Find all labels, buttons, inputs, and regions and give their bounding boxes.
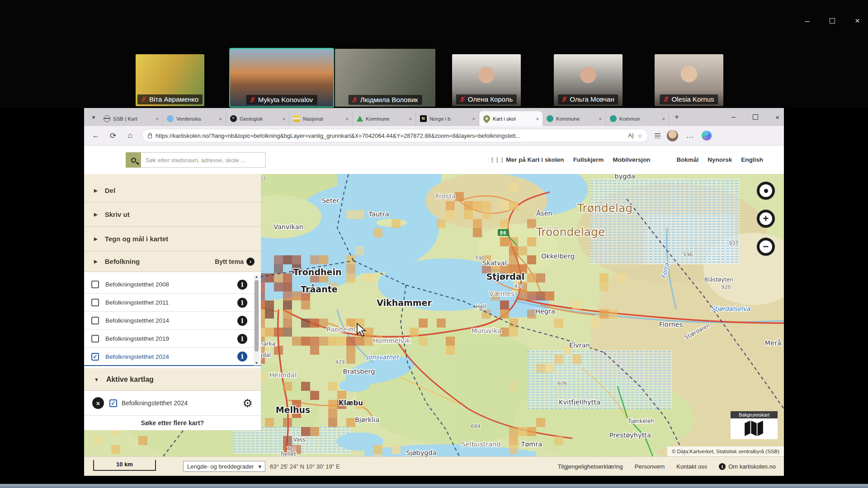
map-attribution: © Data:Kartverket, Statistisk sentralbyr… (667, 446, 784, 456)
info-icon[interactable]: i (237, 280, 247, 290)
teal-favicon-icon (547, 115, 553, 122)
map-label: Stjørdal (486, 272, 525, 282)
layer-label: Befolkningstetthet 2008 (105, 281, 240, 288)
browser-tab-9[interactable]: Kommun× (606, 111, 669, 126)
layer-checkbox[interactable] (91, 335, 99, 343)
tab-close-icon[interactable]: × (155, 116, 160, 122)
map-viewport[interactable]: bygda602SeterFrostaTautraÅsenTrøndelagE6… (84, 174, 784, 456)
favorite-star-icon[interactable]: ☆ (637, 132, 642, 139)
layer-checkbox[interactable] (91, 317, 99, 324)
search-more-maps-link[interactable]: Søke etter flere kart? (84, 416, 261, 430)
map-label: Stjørdalselva (711, 305, 750, 312)
browser-tab-2[interactable]: Verdenska× (163, 111, 226, 126)
profile-avatar[interactable] (667, 130, 678, 141)
link-english[interactable]: English (741, 156, 763, 163)
menu-item-del[interactable]: ▶Del (84, 178, 261, 202)
search-input[interactable] (141, 152, 266, 168)
tab-close-icon[interactable]: × (598, 116, 603, 122)
menu-item-skriv-ut[interactable]: ▶Skriv ut (84, 202, 261, 227)
info-icon[interactable]: i (237, 298, 247, 308)
menu-item-befolkning[interactable]: ▶BefolkningBytt tema› (84, 251, 261, 272)
search-icon (131, 158, 136, 163)
layer-label: Befolkningstetthet 2011 (105, 299, 240, 306)
new-tab-button[interactable]: + (669, 113, 684, 122)
link-more-maps[interactable]: ⋮⋮⋮Mer på Kart i skolen (489, 156, 564, 163)
read-aloud-icon[interactable]: A) (628, 132, 634, 139)
map-label: Heimdal (269, 371, 297, 379)
participant-name-chip: Людмила Воловик (349, 95, 422, 105)
active-layer-checkbox[interactable]: ✓ (109, 399, 117, 407)
change-theme-link[interactable]: Bytt tema› (215, 258, 255, 266)
participant-tile: Olesia Kornus (655, 54, 723, 106)
browser-close-button[interactable]: × (775, 113, 779, 121)
layer-list-scrollbar[interactable]: ▲ ▼ (254, 275, 259, 366)
browser-tab-7[interactable]: Kart i skol× (479, 111, 542, 126)
active-layers-header[interactable]: ▼ Aktive kartlag (84, 368, 261, 391)
scroll-down-icon[interactable]: ▼ (255, 361, 259, 366)
address-bar[interactable]: https://kartiskolen.no/?lang=nb&topic=be… (142, 129, 648, 142)
layer-checkbox[interactable]: ✓ (91, 353, 99, 361)
map-label: Hommelvik (373, 337, 410, 344)
browser-tab-6[interactable]: Norge i b× (416, 111, 479, 126)
svg-text:E6: E6 (500, 230, 506, 235)
browser-tab-5[interactable]: Kommune× (353, 111, 416, 126)
footer-link-label: Kontakt oss (676, 463, 707, 470)
tab-close-icon[interactable]: × (282, 116, 286, 122)
browser-restore-button[interactable] (753, 114, 758, 120)
favorites-list-icon[interactable] (655, 133, 660, 138)
link-nynorsk[interactable]: Nynorsk (708, 156, 732, 163)
participant-tile: Віта Авраменко (136, 54, 204, 106)
footer-link-3[interactable]: Kontakt oss (676, 463, 707, 470)
mic-muted-icon (459, 96, 466, 103)
scroll-up-icon[interactable]: ▲ (255, 275, 259, 279)
coordinate-format-select[interactable]: Lengde- og breddegrader ▾ (183, 461, 265, 472)
footer-link-4[interactable]: iOm kartiskolen.no (719, 463, 776, 470)
meeting-maximize-button[interactable] (830, 18, 835, 23)
settings-menu-icon[interactable]: … (684, 131, 695, 140)
tab-close-icon[interactable]: × (472, 116, 476, 122)
browser-tab-1[interactable]: SSB | Kart× (99, 111, 163, 126)
tab-close-icon[interactable]: × (345, 116, 349, 122)
layer-label: Befolkningstetthet 2024 (105, 353, 240, 360)
layer-settings-gear-icon[interactable]: ⚙ (243, 398, 253, 409)
tab-search-chevron-icon[interactable]: ▾ (88, 114, 99, 121)
back-icon[interactable]: ← (90, 131, 101, 140)
footer-link-1[interactable]: Tilgjengelighetserklæring (558, 463, 623, 470)
map-label: Selbustrand (461, 441, 500, 448)
scrollbar-thumb[interactable] (255, 280, 259, 352)
browser-tab-3[interactable]: Geologisk× (226, 111, 289, 126)
browser-tab-8[interactable]: Kommune× (542, 111, 606, 126)
tab-close-icon[interactable]: × (535, 116, 540, 122)
home-icon[interactable]: ⌂ (125, 131, 136, 140)
search-button[interactable] (126, 152, 141, 168)
copilot-icon[interactable] (702, 131, 712, 141)
link-bokmal[interactable]: Bokmål (676, 156, 698, 163)
link-fullscreen[interactable]: Fullskjerm (573, 156, 604, 163)
zoom-out-button[interactable]: − (757, 238, 775, 256)
info-icon[interactable]: i (237, 316, 247, 326)
refresh-icon[interactable]: ⟳ (108, 131, 118, 141)
menu-item-tegn-og-m-l-i-kartet[interactable]: ▶Tegn og mål i kartet (84, 227, 261, 251)
background-map-widget[interactable]: Bakgrunnskart (731, 411, 778, 439)
browser-minimize-button[interactable]: – (731, 113, 736, 121)
tab-close-icon[interactable]: × (218, 116, 223, 122)
map-label: Okkelberg (541, 253, 575, 260)
map-status-bar: 10 km Lengde- og breddegrader ▾ 63° 25' … (84, 456, 784, 476)
tab-close-icon[interactable]: × (661, 116, 666, 122)
road-badge-e6: E6 (498, 229, 509, 236)
remove-layer-icon[interactable]: × (92, 397, 104, 409)
link-mobile-version[interactable]: Mobilversjon (613, 156, 650, 163)
meeting-close-button[interactable]: × (855, 16, 860, 25)
browser-tab-4[interactable]: Nasjonal× (289, 111, 353, 126)
info-icon[interactable]: i (237, 352, 247, 361)
layer-checkbox[interactable] (91, 281, 99, 288)
locate-button[interactable] (757, 182, 775, 200)
footer-link-2[interactable]: Personvern (635, 463, 665, 470)
zoom-in-button[interactable]: + (757, 210, 775, 228)
layer-checkbox[interactable] (91, 299, 99, 306)
tab-label: Kommun (619, 116, 659, 122)
meeting-minimize-button[interactable]: – (805, 16, 810, 25)
footer-link-label: Om kartiskolen.no (728, 463, 776, 470)
info-icon[interactable]: i (237, 334, 247, 344)
tab-close-icon[interactable]: × (408, 116, 413, 122)
